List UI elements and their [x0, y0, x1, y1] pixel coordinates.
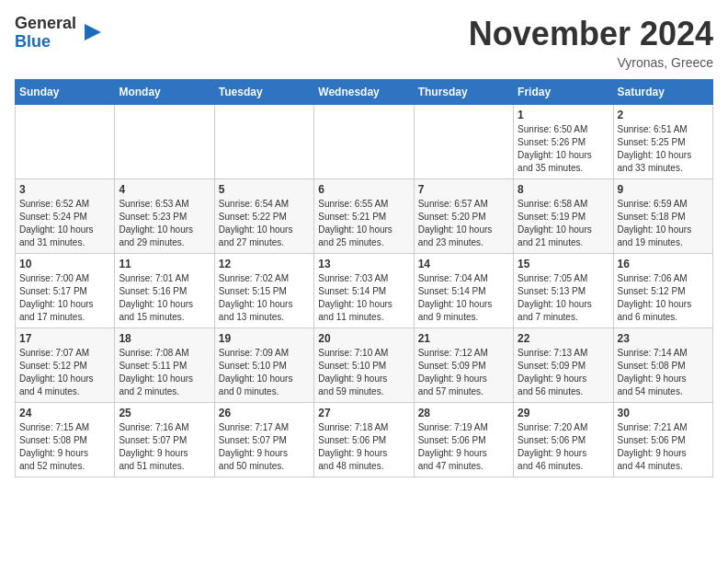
day-number: 4 — [119, 183, 210, 196]
day-number: 22 — [518, 332, 609, 345]
day-cell: 5Sunrise: 6:54 AMSunset: 5:22 PMDaylight… — [214, 179, 313, 254]
day-cell: 9Sunrise: 6:59 AMSunset: 5:18 PMDaylight… — [613, 179, 712, 254]
header-friday: Friday — [514, 80, 613, 105]
logo-line2: Blue — [15, 33, 76, 52]
day-number: 29 — [518, 407, 609, 419]
title-block: November 2024 Vyronas, Greece — [469, 15, 713, 70]
day-number: 19 — [219, 332, 310, 345]
day-info: Sunrise: 6:50 AMSunset: 5:26 PMDaylight:… — [518, 123, 609, 175]
day-cell: 15Sunrise: 7:05 AMSunset: 5:13 PMDayligh… — [514, 254, 613, 328]
day-info: Sunrise: 7:12 AMSunset: 5:09 PMDaylight:… — [418, 347, 509, 398]
day-cell: 12Sunrise: 7:02 AMSunset: 5:15 PMDayligh… — [214, 254, 313, 328]
header-tuesday: Tuesday — [214, 80, 313, 105]
day-number: 14 — [418, 258, 509, 270]
day-info: Sunrise: 7:10 AMSunset: 5:10 PMDaylight:… — [318, 347, 409, 398]
day-cell: 21Sunrise: 7:12 AMSunset: 5:09 PMDayligh… — [414, 328, 513, 403]
header-thursday: Thursday — [414, 80, 513, 105]
day-info: Sunrise: 7:00 AMSunset: 5:17 PMDaylight:… — [19, 272, 110, 324]
location: Vyronas, Greece — [469, 55, 713, 70]
day-info: Sunrise: 7:03 AMSunset: 5:14 PMDaylight:… — [318, 272, 409, 324]
day-number: 5 — [219, 183, 310, 196]
logo: General Blue — [15, 15, 103, 52]
day-number: 7 — [418, 183, 509, 196]
day-cell: 14Sunrise: 7:04 AMSunset: 5:14 PMDayligh… — [414, 254, 513, 328]
day-number: 10 — [19, 258, 110, 270]
day-info: Sunrise: 7:18 AMSunset: 5:06 PMDaylight:… — [318, 421, 409, 473]
day-info: Sunrise: 7:20 AMSunset: 5:06 PMDaylight:… — [518, 421, 609, 473]
day-number: 16 — [618, 258, 709, 270]
day-cell: 29Sunrise: 7:20 AMSunset: 5:06 PMDayligh… — [514, 403, 613, 477]
day-number: 12 — [219, 258, 310, 270]
header-saturday: Saturday — [613, 80, 712, 105]
day-number: 2 — [618, 109, 709, 121]
day-number: 24 — [19, 407, 110, 419]
day-cell: 25Sunrise: 7:16 AMSunset: 5:07 PMDayligh… — [115, 403, 214, 477]
day-cell: 7Sunrise: 6:57 AMSunset: 5:20 PMDaylight… — [414, 179, 513, 254]
day-info: Sunrise: 7:06 AMSunset: 5:12 PMDaylight:… — [618, 272, 709, 324]
day-cell — [16, 105, 115, 179]
month-title: November 2024 — [469, 15, 713, 53]
header-sunday: Sunday — [16, 80, 115, 105]
day-number: 3 — [19, 183, 110, 196]
day-cell: 2Sunrise: 6:51 AMSunset: 5:25 PMDaylight… — [613, 105, 712, 179]
page-header: General Blue November 2024 Vyronas, Gree… — [15, 15, 713, 70]
day-info: Sunrise: 7:17 AMSunset: 5:07 PMDaylight:… — [219, 421, 310, 473]
header-wednesday: Wednesday — [314, 80, 414, 105]
day-info: Sunrise: 6:55 AMSunset: 5:21 PMDaylight:… — [318, 198, 409, 249]
day-cell: 22Sunrise: 7:13 AMSunset: 5:09 PMDayligh… — [514, 328, 613, 403]
day-number: 25 — [119, 407, 210, 419]
day-number: 20 — [318, 332, 409, 345]
day-info: Sunrise: 6:54 AMSunset: 5:22 PMDaylight:… — [219, 198, 310, 249]
day-info: Sunrise: 6:51 AMSunset: 5:25 PMDaylight:… — [618, 123, 709, 175]
day-cell: 8Sunrise: 6:58 AMSunset: 5:19 PMDaylight… — [514, 179, 613, 254]
day-cell: 23Sunrise: 7:14 AMSunset: 5:08 PMDayligh… — [613, 328, 712, 403]
day-info: Sunrise: 6:57 AMSunset: 5:20 PMDaylight:… — [418, 198, 509, 249]
day-info: Sunrise: 7:16 AMSunset: 5:07 PMDaylight:… — [119, 421, 210, 473]
day-info: Sunrise: 7:07 AMSunset: 5:12 PMDaylight:… — [19, 347, 110, 398]
header-monday: Monday — [115, 80, 214, 105]
day-info: Sunrise: 7:14 AMSunset: 5:08 PMDaylight:… — [618, 347, 709, 398]
day-cell: 4Sunrise: 6:53 AMSunset: 5:23 PMDaylight… — [115, 179, 214, 254]
day-number: 11 — [119, 258, 210, 270]
day-cell: 11Sunrise: 7:01 AMSunset: 5:16 PMDayligh… — [115, 254, 214, 328]
day-number: 15 — [518, 258, 609, 270]
day-number: 27 — [318, 407, 409, 419]
day-number: 8 — [518, 183, 609, 196]
day-cell: 13Sunrise: 7:03 AMSunset: 5:14 PMDayligh… — [314, 254, 414, 328]
day-cell: 16Sunrise: 7:06 AMSunset: 5:12 PMDayligh… — [613, 254, 712, 328]
day-info: Sunrise: 7:15 AMSunset: 5:08 PMDaylight:… — [19, 421, 110, 473]
day-cell — [314, 105, 414, 179]
week-row-1: 3Sunrise: 6:52 AMSunset: 5:24 PMDaylight… — [16, 179, 713, 254]
day-number: 21 — [418, 332, 509, 345]
day-cell: 28Sunrise: 7:19 AMSunset: 5:06 PMDayligh… — [414, 403, 513, 477]
day-info: Sunrise: 7:21 AMSunset: 5:06 PMDaylight:… — [618, 421, 709, 473]
day-cell: 6Sunrise: 6:55 AMSunset: 5:21 PMDaylight… — [314, 179, 414, 254]
day-number: 23 — [618, 332, 709, 345]
day-info: Sunrise: 6:58 AMSunset: 5:19 PMDaylight:… — [518, 198, 609, 249]
day-cell: 1Sunrise: 6:50 AMSunset: 5:26 PMDaylight… — [514, 105, 613, 179]
day-info: Sunrise: 7:01 AMSunset: 5:16 PMDaylight:… — [119, 272, 210, 324]
week-row-2: 10Sunrise: 7:00 AMSunset: 5:17 PMDayligh… — [16, 254, 713, 328]
day-number: 13 — [318, 258, 409, 270]
day-cell: 26Sunrise: 7:17 AMSunset: 5:07 PMDayligh… — [214, 403, 313, 477]
day-cell — [115, 105, 214, 179]
day-cell: 30Sunrise: 7:21 AMSunset: 5:06 PMDayligh… — [613, 403, 712, 477]
day-number: 18 — [119, 332, 210, 345]
day-info: Sunrise: 6:53 AMSunset: 5:23 PMDaylight:… — [119, 198, 210, 249]
day-cell — [414, 105, 513, 179]
svg-marker-0 — [85, 24, 101, 40]
week-row-0: 1Sunrise: 6:50 AMSunset: 5:26 PMDaylight… — [16, 105, 713, 179]
day-number: 6 — [318, 183, 409, 196]
day-cell: 10Sunrise: 7:00 AMSunset: 5:17 PMDayligh… — [16, 254, 115, 328]
day-info: Sunrise: 6:59 AMSunset: 5:18 PMDaylight:… — [618, 198, 709, 249]
day-number: 30 — [618, 407, 709, 419]
day-info: Sunrise: 7:04 AMSunset: 5:14 PMDaylight:… — [418, 272, 509, 324]
calendar-header-row: SundayMondayTuesdayWednesdayThursdayFrid… — [16, 80, 713, 105]
day-info: Sunrise: 7:13 AMSunset: 5:09 PMDaylight:… — [518, 347, 609, 398]
day-number: 28 — [418, 407, 509, 419]
day-cell — [214, 105, 313, 179]
day-info: Sunrise: 6:52 AMSunset: 5:24 PMDaylight:… — [19, 198, 110, 249]
day-info: Sunrise: 7:09 AMSunset: 5:10 PMDaylight:… — [219, 347, 310, 398]
day-cell: 3Sunrise: 6:52 AMSunset: 5:24 PMDaylight… — [16, 179, 115, 254]
logo-line1: General — [15, 15, 76, 33]
